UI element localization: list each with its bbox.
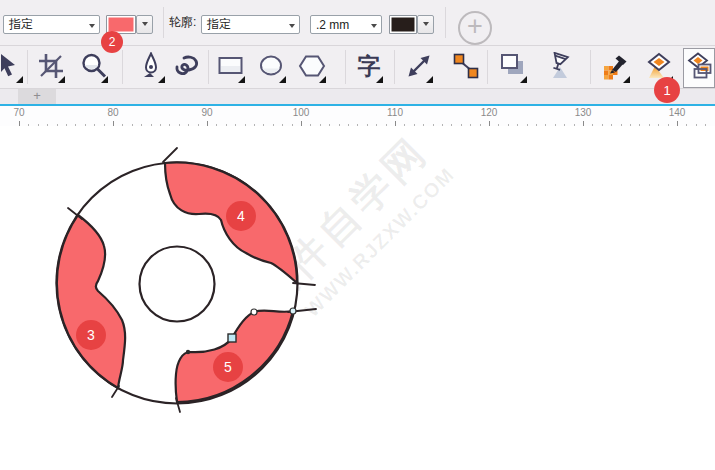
drawing-svg	[0, 0, 715, 470]
annotation-badge-3: 3	[76, 320, 106, 350]
selected-node-handle[interactable]	[228, 334, 236, 342]
annotation-badge-2: 2	[101, 31, 123, 53]
annotation-badge-4: 4	[226, 201, 256, 231]
curve-node[interactable]	[251, 309, 257, 315]
annotation-badge-1: 1	[654, 77, 680, 103]
inner-circle-shape[interactable]	[140, 247, 215, 322]
curve-node[interactable]	[186, 350, 190, 354]
curve-node[interactable]	[290, 308, 296, 314]
annotation-badge-5: 5	[213, 352, 243, 382]
